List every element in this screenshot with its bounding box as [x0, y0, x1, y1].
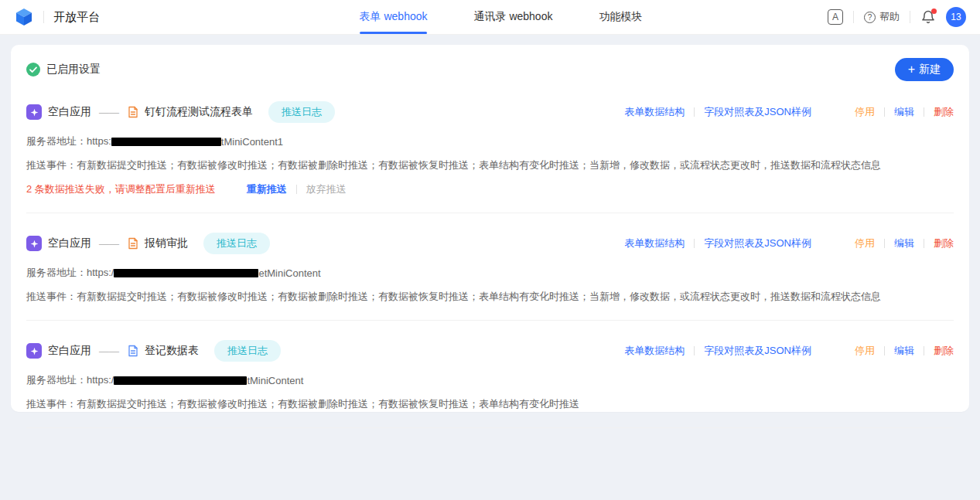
new-button-label: 新建: [919, 63, 941, 77]
tab-contacts-webhook[interactable]: 通讯录 webhook: [474, 0, 553, 34]
form-name: 报销审批: [145, 236, 188, 250]
platform-logo-cube-icon[interactable]: [14, 7, 34, 27]
push-events-line: 推送事件：有新数据提交时推送；有数据被修改时推送；有数据被删除时推送；有数据被恢…: [26, 397, 954, 411]
action-divider: [694, 107, 695, 117]
abandon-push-link[interactable]: 放弃推送: [306, 182, 347, 196]
language-icon[interactable]: A: [828, 9, 843, 25]
product-title: 开放平台: [53, 10, 100, 25]
edit-link[interactable]: 编辑: [894, 344, 914, 358]
notification-bell-icon[interactable]: [920, 9, 936, 25]
push-log-button[interactable]: 推送日志: [203, 233, 270, 254]
action-divider: [924, 107, 924, 117]
push-log-button[interactable]: 推送日志: [214, 340, 281, 362]
disable-link[interactable]: 停用: [855, 344, 875, 358]
navbar-tabs: 表单 webhook 通讯录 webhook 功能模块: [360, 0, 643, 34]
redaction-bar: [114, 376, 247, 385]
action-divider: [884, 107, 885, 117]
form-document-icon: [127, 345, 139, 357]
action-divider: [924, 346, 924, 355]
user-avatar[interactable]: 13: [946, 7, 966, 27]
row-title-line: 空白应用 —— 报销审批 推送日志 表单数据结构 字段对照表及JSON样例 停用…: [26, 233, 954, 254]
app-icon: [26, 236, 42, 251]
redaction-bar: [114, 269, 258, 277]
field-mapping-link[interactable]: 字段对照表及JSON样例: [704, 344, 811, 358]
webhook-settings-card: 已启用设置 + 新建 空白应用 —— 钉钉流程测试流程表单 推送日志 表单数据结…: [11, 45, 969, 412]
dash-separator: ——: [99, 238, 119, 250]
form-name: 登记数据表: [145, 344, 199, 358]
action-divider: [694, 239, 695, 248]
dash-separator: ——: [99, 107, 119, 118]
redaction-bar: [111, 138, 221, 146]
form-structure-link[interactable]: 表单数据结构: [624, 236, 685, 250]
retry-push-link[interactable]: 重新推送: [247, 182, 287, 196]
webhook-row: 空白应用 —— 报销审批 推送日志 表单数据结构 字段对照表及JSON样例 停用…: [26, 213, 954, 321]
push-events-line: 推送事件：有新数据提交时推送；有数据被修改时推送；有数据被删除时推送；有数据被恢…: [26, 290, 954, 304]
app-name: 空白应用: [48, 236, 91, 250]
panel-header: 已启用设置 + 新建: [26, 57, 954, 82]
error-message: 2 条数据推送失败，请调整配置后重新推送: [26, 182, 216, 196]
server-address-suffix: tMiniContent: [247, 375, 303, 386]
new-webhook-button[interactable]: + 新建: [895, 58, 954, 81]
navbar-right: A ? 帮助 13: [828, 7, 966, 27]
delete-link[interactable]: 删除: [934, 344, 954, 358]
edit-link[interactable]: 编辑: [894, 236, 914, 250]
server-address-line: 服务器地址：https:/ tMiniContent: [26, 373, 954, 387]
navbar-divider: [910, 11, 910, 23]
action-divider: [296, 185, 297, 194]
form-structure-link[interactable]: 表单数据结构: [624, 344, 685, 358]
server-address-prefix: 服务器地址：https:/: [26, 266, 114, 280]
navbar-divider: [43, 11, 44, 23]
action-divider: [924, 239, 924, 248]
form-name: 钉钉流程测试流程表单: [145, 105, 253, 119]
enabled-check-icon: [26, 63, 40, 77]
webhook-row: 空白应用 —— 钉钉流程测试流程表单 推送日志 表单数据结构 字段对照表及JSO…: [26, 82, 954, 213]
app-name: 空白应用: [48, 344, 91, 358]
push-error-line: 2 条数据推送失败，请调整配置后重新推送 重新推送 放弃推送: [26, 182, 954, 196]
push-events-line: 推送事件：有新数据提交时推送；有数据被修改时推送；有数据被删除时推送；有数据被恢…: [26, 158, 954, 172]
form-structure-link[interactable]: 表单数据结构: [624, 105, 685, 119]
panel-title: 已启用设置: [46, 63, 101, 77]
row-title-line: 空白应用 —— 钉钉流程测试流程表单 推送日志 表单数据结构 字段对照表及JSO…: [26, 101, 954, 123]
help-label: 帮助: [879, 10, 900, 24]
row-title-line: 空白应用 —— 登记数据表 推送日志 表单数据结构 字段对照表及JSON样例 停…: [26, 340, 954, 362]
form-document-icon: [127, 237, 139, 250]
row-actions: 表单数据结构 字段对照表及JSON样例 停用 编辑 删除: [624, 105, 954, 119]
tab-feature-modules[interactable]: 功能模块: [599, 0, 642, 34]
action-divider: [694, 346, 695, 355]
navbar-divider: [853, 11, 854, 23]
dash-separator: ——: [99, 345, 119, 357]
tab-form-webhook[interactable]: 表单 webhook: [360, 0, 428, 34]
server-address-suffix: etMiniContent: [258, 267, 320, 279]
push-log-button[interactable]: 推送日志: [268, 101, 335, 123]
edit-link[interactable]: 编辑: [894, 105, 914, 119]
disable-link[interactable]: 停用: [855, 236, 875, 250]
server-address-prefix: 服务器地址：https:: [26, 134, 111, 148]
delete-link[interactable]: 删除: [934, 105, 954, 119]
action-divider: [884, 346, 885, 355]
server-address-suffix: tMiniContent1: [221, 136, 283, 148]
row-actions: 表单数据结构 字段对照表及JSON样例 停用 编辑 删除: [624, 344, 954, 358]
disable-link[interactable]: 停用: [855, 105, 875, 119]
app-icon: [26, 343, 42, 359]
top-navbar: 开放平台 表单 webhook 通讯录 webhook 功能模块 A ? 帮助 …: [0, 0, 980, 35]
row-actions: 表单数据结构 字段对照表及JSON样例 停用 编辑 删除: [624, 236, 954, 250]
field-mapping-link[interactable]: 字段对照表及JSON样例: [704, 105, 811, 119]
app-name: 空白应用: [48, 105, 91, 119]
action-divider: [884, 239, 885, 248]
app-icon: [26, 104, 42, 120]
form-document-icon: [127, 106, 139, 118]
help-button[interactable]: ? 帮助: [864, 10, 900, 24]
delete-link[interactable]: 删除: [934, 236, 954, 250]
plus-icon: +: [908, 63, 915, 76]
notification-dot: [931, 9, 937, 14]
question-circle-icon: ?: [864, 12, 876, 23]
navbar-left: 开放平台: [14, 7, 100, 27]
server-address-prefix: 服务器地址：https:/: [26, 373, 114, 387]
field-mapping-link[interactable]: 字段对照表及JSON样例: [704, 236, 811, 250]
server-address-line: 服务器地址：https:/ etMiniContent: [26, 266, 954, 280]
server-address-line: 服务器地址：https: tMiniContent1: [26, 134, 954, 148]
webhook-row: 空白应用 —— 登记数据表 推送日志 表单数据结构 字段对照表及JSON样例 停…: [26, 321, 954, 428]
